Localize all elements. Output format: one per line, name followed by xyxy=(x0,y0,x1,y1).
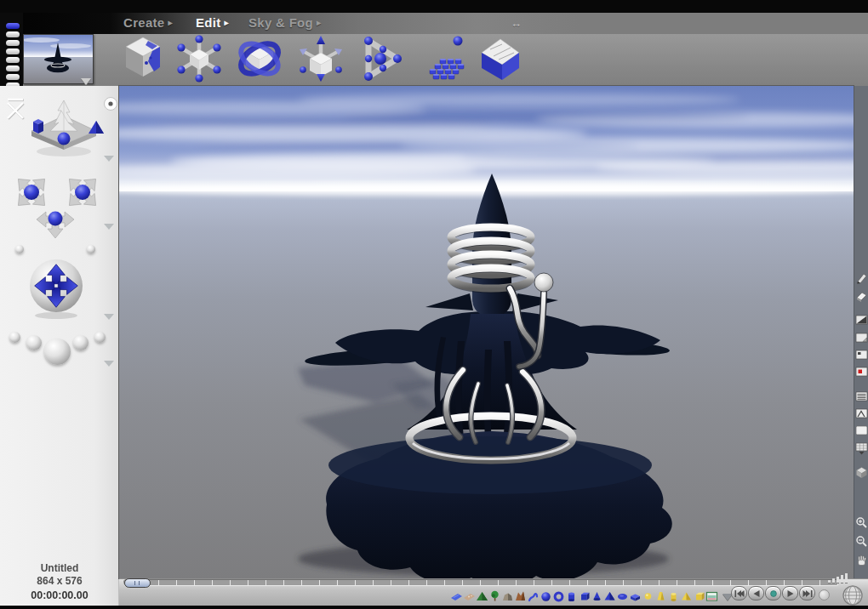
create-square-spotlight-button[interactable] xyxy=(680,589,693,605)
nano-preview-image xyxy=(24,35,93,83)
render-button[interactable] xyxy=(855,366,868,378)
palette-pill-1[interactable] xyxy=(6,23,20,29)
palette-pill-2[interactable] xyxy=(6,31,20,37)
step-forward-icon xyxy=(802,589,813,598)
page-flip-button[interactable] xyxy=(855,332,868,344)
timeline-scale-bars-icon[interactable] xyxy=(828,573,850,583)
create-parallel-light-button[interactable] xyxy=(693,589,705,605)
palette-resize-handle-icon[interactable]: ↔ xyxy=(511,17,522,30)
create-stretched-cube-button[interactable] xyxy=(629,589,642,605)
create-torus-button[interactable] xyxy=(552,589,565,605)
create-objects-row xyxy=(450,589,718,605)
menu-sky-fog[interactable]: Sky & Fog▸ xyxy=(248,15,321,30)
transport-controls xyxy=(731,586,815,600)
palette-pill-4[interactable] xyxy=(6,48,20,54)
wireframe-mountain-button[interactable] xyxy=(855,407,868,420)
edit-tool-palette xyxy=(0,34,868,86)
nano-preview[interactable] xyxy=(23,34,94,84)
banking-sphere-5[interactable] xyxy=(94,332,106,343)
zoom-in-tool[interactable] xyxy=(855,516,868,529)
reposition-tool-button[interactable] xyxy=(296,34,345,87)
create-disc-button[interactable] xyxy=(616,589,629,605)
eraser-tool[interactable] xyxy=(855,290,868,303)
page-flip-icon xyxy=(855,333,868,344)
create-cube-button[interactable] xyxy=(578,589,591,605)
picture-object-icon xyxy=(705,589,718,605)
create-lattice-button[interactable] xyxy=(514,589,527,605)
camera-pan-control-center[interactable] xyxy=(31,204,80,248)
zoom-in-icon xyxy=(855,516,868,529)
plop-render-button[interactable] xyxy=(855,349,868,361)
timeline-track[interactable] xyxy=(123,579,839,586)
materials-tool-button[interactable] xyxy=(120,34,166,85)
play-reverse-button[interactable] xyxy=(748,586,764,600)
palette-pill-3[interactable] xyxy=(6,40,20,46)
spotlight-icon xyxy=(654,589,667,605)
menu-arrow-icon: ▸ xyxy=(317,18,321,27)
camera-trackball[interactable] xyxy=(24,255,89,323)
step-back-button[interactable] xyxy=(731,586,747,600)
blank-panel-button[interactable] xyxy=(855,424,868,437)
palette-pill-5[interactable] xyxy=(6,57,20,63)
record-button[interactable] xyxy=(765,586,781,600)
create-water-plane-button[interactable] xyxy=(450,589,463,605)
create-pyramid-button[interactable] xyxy=(603,589,616,605)
create-preview-dropdown-triangle[interactable] xyxy=(104,156,114,162)
scene-timecode: 00:00:00.00 xyxy=(0,589,119,602)
create-cone-button[interactable] xyxy=(591,589,603,605)
banking-sphere-3[interactable] xyxy=(44,339,71,365)
create-cylinder-button[interactable] xyxy=(565,589,578,605)
pencil-tool[interactable] xyxy=(855,272,868,285)
alignment-tool-button[interactable] xyxy=(357,34,406,87)
banking-sphere-2[interactable] xyxy=(26,335,42,350)
terrain-editor-button[interactable] xyxy=(477,34,524,87)
step-forward-button[interactable] xyxy=(799,586,815,600)
render-mode-split-button[interactable] xyxy=(855,314,868,327)
window-top-strip xyxy=(0,0,868,13)
eraser-icon xyxy=(855,290,868,303)
network-globe-button[interactable] xyxy=(841,583,865,607)
create-terrain-button[interactable] xyxy=(476,589,488,605)
cone-icon xyxy=(591,589,603,605)
multi-replicate-tool-button[interactable] xyxy=(421,34,474,87)
texture-lines-button[interactable] xyxy=(855,390,868,403)
banking-dropdown-triangle[interactable] xyxy=(104,361,114,367)
palette-pill-6[interactable] xyxy=(6,65,20,71)
trackball-dropdown-triangle[interactable] xyxy=(104,314,114,320)
pan-hand-tool[interactable] xyxy=(855,554,868,566)
zoom-out-tool[interactable] xyxy=(855,535,868,548)
timeline-scale-knob[interactable] xyxy=(819,589,830,600)
pan-control-dropdown-triangle[interactable] xyxy=(104,224,114,230)
create-spotlight-button[interactable] xyxy=(654,589,667,605)
create-picture-button[interactable] xyxy=(705,589,718,605)
create-palette-preview[interactable] xyxy=(21,94,106,165)
nano-preview-dropdown-triangle[interactable] xyxy=(81,78,91,85)
play-forward-button[interactable] xyxy=(782,586,798,600)
depth-cube-button[interactable] xyxy=(855,466,868,479)
terrain-editor-cube-icon xyxy=(477,34,524,83)
camera-memory-dot-left[interactable] xyxy=(15,245,24,253)
banking-sphere-4[interactable] xyxy=(73,335,89,350)
wireframe-mountain-icon xyxy=(855,408,868,419)
create-cloud-plane-button[interactable] xyxy=(463,589,476,605)
menu-create[interactable]: Create▸ xyxy=(123,15,173,30)
create-sphere-button[interactable] xyxy=(540,589,552,605)
timeline-thumb[interactable] xyxy=(124,578,151,588)
cube-icon xyxy=(578,589,591,605)
grid-options-button[interactable] xyxy=(855,442,868,455)
palette-pill-7[interactable] xyxy=(6,74,20,80)
multi-replicate-icon xyxy=(421,34,474,83)
scene-viewport[interactable] xyxy=(119,86,854,578)
play-reverse-icon xyxy=(752,589,761,598)
rotate-tool-button[interactable] xyxy=(234,34,285,87)
camera-memory-dot-right[interactable] xyxy=(87,245,95,253)
create-radial-light-button[interactable] xyxy=(642,589,654,605)
menu-edit[interactable]: Edit▸ xyxy=(196,15,229,30)
banking-sphere-1[interactable] xyxy=(9,332,20,343)
resize-tool-button[interactable] xyxy=(175,34,223,87)
texture-lines-icon xyxy=(855,391,868,402)
create-round-light-button[interactable] xyxy=(667,589,680,605)
create-rock-button[interactable] xyxy=(501,589,514,605)
create-path-button[interactable] xyxy=(527,589,540,605)
create-tree-button[interactable] xyxy=(488,589,501,605)
